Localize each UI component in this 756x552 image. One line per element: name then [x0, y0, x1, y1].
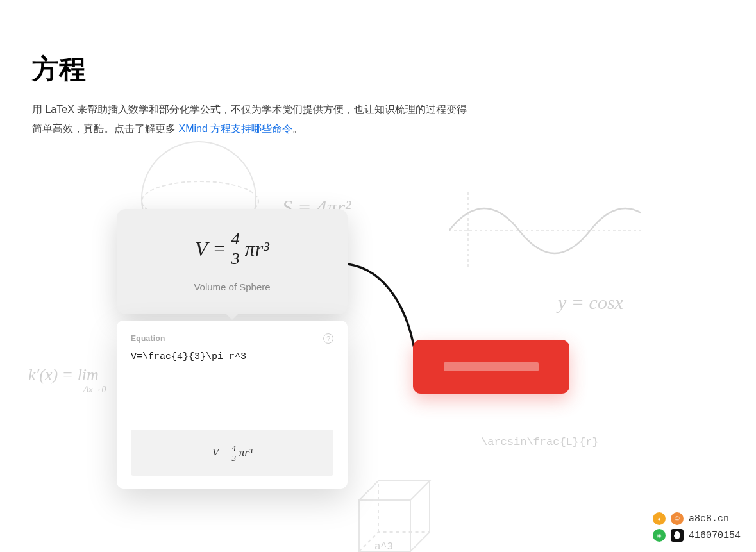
cube-icon — [346, 474, 436, 552]
equation-preview: V = 4 3 πr³ — [131, 430, 333, 476]
footer-contact: ✦ ☺ a8c8.cn ❋ 416070154 — [653, 512, 741, 542]
badge-icon: ✦ — [653, 512, 666, 525]
qq-icon — [671, 529, 684, 542]
equation-input[interactable]: V=\frac{4}{3}\pi r^3 — [131, 351, 333, 362]
page-title: 方程 — [32, 51, 724, 87]
cosine-graph-icon — [449, 192, 641, 272]
bg-equation-arcsin: \arcsin\frac{L}{r} — [481, 436, 599, 448]
footer-site: a8c8.cn — [689, 514, 729, 524]
preview-left: V = — [212, 446, 229, 459]
bg-equation-cube: a^3 — [374, 541, 393, 552]
editor-title: Equation — [131, 334, 165, 343]
illustration-canvas: S = 4πr² pi r^2 k′(x) = lim Δx→0 y = cos… — [0, 128, 756, 552]
preview-den: 3 — [232, 453, 237, 462]
preview-right: πr³ — [239, 446, 252, 459]
eq-left: V = — [195, 237, 226, 261]
eq-frac-num: 4 — [229, 231, 242, 249]
equation-editor-panel: Equation ? V=\frac{4}{3}\pi r^3 V = 4 3 … — [117, 321, 348, 489]
help-icon[interactable]: ? — [323, 333, 333, 344]
topic-node-placeholder — [444, 362, 539, 371]
eq-frac-den: 3 — [231, 249, 240, 267]
bg-equation-limit: k′(x) = lim — [28, 365, 99, 385]
equation-popover: V = 4 3 πr³ Volume of Sphere — [117, 209, 348, 314]
preview-num: 4 — [231, 444, 238, 453]
bg-equation-cosine: y = cosx — [558, 292, 623, 314]
eq-right: πr³ — [245, 237, 269, 261]
wechat-icon: ❋ — [653, 529, 666, 542]
equation-label: Volume of Sphere — [194, 281, 270, 292]
badge-icon: ☺ — [671, 512, 684, 525]
equation-rendered: V = 4 3 πr³ — [195, 231, 269, 267]
bg-equation-limit-sub: Δx→0 — [83, 385, 106, 395]
footer-qq: 416070154 — [689, 530, 741, 541]
topic-node[interactable] — [413, 340, 569, 394]
